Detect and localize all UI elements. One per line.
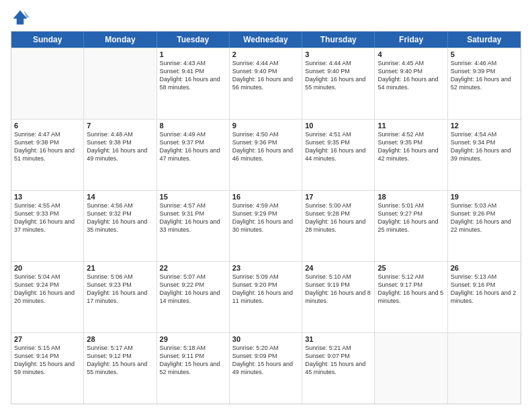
day-info: Sunrise: 4:49 AM Sunset: 9:37 PM Dayligh… (160, 130, 226, 163)
day-number: 16 (232, 193, 299, 201)
calendar-cell: 28Sunrise: 5:17 AM Sunset: 9:12 PM Dayli… (84, 333, 157, 404)
day-number: 1 (160, 50, 226, 58)
calendar-cell: 17Sunrise: 5:00 AM Sunset: 9:28 PM Dayli… (302, 191, 375, 261)
calendar-header-cell: Friday (375, 32, 447, 48)
day-info: Sunrise: 4:57 AM Sunset: 9:31 PM Dayligh… (160, 201, 226, 234)
calendar-cell: 21Sunrise: 5:06 AM Sunset: 9:23 PM Dayli… (84, 262, 157, 332)
calendar-row: 1Sunrise: 4:43 AM Sunset: 9:41 PM Daylig… (11, 48, 521, 119)
calendar-cell: 16Sunrise: 4:59 AM Sunset: 9:29 PM Dayli… (230, 191, 302, 261)
day-info: Sunrise: 5:00 AM Sunset: 9:28 PM Dayligh… (305, 201, 371, 234)
calendar-cell: 15Sunrise: 4:57 AM Sunset: 9:31 PM Dayli… (157, 191, 230, 261)
calendar-cell (375, 333, 447, 404)
day-info: Sunrise: 5:04 AM Sunset: 9:24 PM Dayligh… (14, 273, 81, 306)
day-info: Sunrise: 5:03 AM Sunset: 9:26 PM Dayligh… (451, 201, 518, 234)
calendar-cell (11, 48, 84, 119)
logo (11, 8, 32, 27)
calendar-row: 27Sunrise: 5:15 AM Sunset: 9:14 PM Dayli… (11, 332, 521, 404)
day-number: 30 (232, 335, 299, 343)
day-info: Sunrise: 5:12 AM Sunset: 9:17 PM Dayligh… (378, 273, 444, 306)
day-number: 18 (378, 193, 444, 201)
day-number: 2 (232, 50, 299, 58)
day-info: Sunrise: 4:48 AM Sunset: 9:38 PM Dayligh… (87, 130, 153, 163)
day-number: 27 (14, 335, 81, 343)
calendar-header-cell: Saturday (448, 32, 521, 48)
day-number: 5 (451, 50, 518, 58)
day-number: 29 (160, 335, 226, 343)
calendar-cell (84, 48, 157, 119)
day-number: 14 (87, 193, 153, 201)
day-number: 4 (378, 50, 444, 58)
day-number: 9 (232, 122, 299, 130)
day-info: Sunrise: 4:59 AM Sunset: 9:29 PM Dayligh… (232, 201, 299, 234)
calendar-cell: 9Sunrise: 4:50 AM Sunset: 9:36 PM Daylig… (230, 120, 302, 190)
calendar-cell: 18Sunrise: 5:01 AM Sunset: 9:27 PM Dayli… (375, 191, 447, 261)
calendar-cell: 3Sunrise: 4:44 AM Sunset: 9:40 PM Daylig… (302, 48, 375, 119)
day-info: Sunrise: 4:44 AM Sunset: 9:40 PM Dayligh… (305, 59, 371, 92)
day-info: Sunrise: 5:10 AM Sunset: 9:19 PM Dayligh… (305, 273, 371, 306)
calendar-cell: 22Sunrise: 5:07 AM Sunset: 9:22 PM Dayli… (157, 262, 230, 332)
day-number: 26 (451, 264, 518, 272)
day-number: 25 (378, 264, 444, 272)
day-number: 22 (160, 264, 226, 272)
calendar-cell: 8Sunrise: 4:49 AM Sunset: 9:37 PM Daylig… (157, 120, 230, 190)
day-info: Sunrise: 5:21 AM Sunset: 9:07 PM Dayligh… (305, 344, 371, 377)
day-number: 23 (232, 264, 299, 272)
calendar-cell: 11Sunrise: 4:52 AM Sunset: 9:35 PM Dayli… (375, 120, 447, 190)
calendar-header: SundayMondayTuesdayWednesdayThursdayFrid… (11, 32, 521, 48)
day-info: Sunrise: 5:06 AM Sunset: 9:23 PM Dayligh… (87, 273, 153, 306)
day-info: Sunrise: 4:51 AM Sunset: 9:35 PM Dayligh… (305, 130, 371, 163)
calendar-cell: 7Sunrise: 4:48 AM Sunset: 9:38 PM Daylig… (84, 120, 157, 190)
calendar-cell: 30Sunrise: 5:20 AM Sunset: 9:09 PM Dayli… (230, 333, 302, 404)
calendar-cell: 6Sunrise: 4:47 AM Sunset: 9:38 PM Daylig… (11, 120, 84, 190)
calendar-cell: 23Sunrise: 5:09 AM Sunset: 9:20 PM Dayli… (230, 262, 302, 332)
day-number: 24 (305, 264, 371, 272)
calendar-cell: 14Sunrise: 4:56 AM Sunset: 9:32 PM Dayli… (84, 191, 157, 261)
calendar-header-cell: Sunday (11, 32, 84, 48)
calendar-cell: 5Sunrise: 4:46 AM Sunset: 9:39 PM Daylig… (448, 48, 521, 119)
calendar-header-cell: Thursday (302, 32, 375, 48)
header (11, 8, 521, 27)
calendar-cell: 20Sunrise: 5:04 AM Sunset: 9:24 PM Dayli… (11, 262, 84, 332)
calendar-row: 20Sunrise: 5:04 AM Sunset: 9:24 PM Dayli… (11, 261, 521, 332)
logo-icon (11, 8, 30, 27)
calendar-cell: 1Sunrise: 4:43 AM Sunset: 9:41 PM Daylig… (157, 48, 230, 119)
day-number: 7 (87, 122, 153, 130)
day-number: 19 (451, 193, 518, 201)
day-number: 17 (305, 193, 371, 201)
day-info: Sunrise: 4:47 AM Sunset: 9:38 PM Dayligh… (14, 130, 81, 163)
day-info: Sunrise: 4:52 AM Sunset: 9:35 PM Dayligh… (378, 130, 444, 163)
calendar-header-cell: Wednesday (230, 32, 302, 48)
page: SundayMondayTuesdayWednesdayThursdayFrid… (0, 0, 532, 411)
calendar-header-cell: Monday (84, 32, 157, 48)
day-number: 8 (160, 122, 226, 130)
day-number: 15 (160, 193, 226, 201)
calendar-cell (448, 333, 521, 404)
day-number: 31 (305, 335, 371, 343)
calendar-cell: 10Sunrise: 4:51 AM Sunset: 9:35 PM Dayli… (302, 120, 375, 190)
day-info: Sunrise: 5:13 AM Sunset: 9:16 PM Dayligh… (451, 273, 518, 306)
calendar-cell: 19Sunrise: 5:03 AM Sunset: 9:26 PM Dayli… (448, 191, 521, 261)
calendar-row: 6Sunrise: 4:47 AM Sunset: 9:38 PM Daylig… (11, 119, 521, 190)
day-info: Sunrise: 5:17 AM Sunset: 9:12 PM Dayligh… (87, 344, 153, 377)
day-info: Sunrise: 4:55 AM Sunset: 9:33 PM Dayligh… (14, 201, 81, 234)
day-number: 12 (451, 122, 518, 130)
calendar-cell: 25Sunrise: 5:12 AM Sunset: 9:17 PM Dayli… (375, 262, 447, 332)
calendar-cell: 27Sunrise: 5:15 AM Sunset: 9:14 PM Dayli… (11, 333, 84, 404)
day-number: 3 (305, 50, 371, 58)
day-info: Sunrise: 5:07 AM Sunset: 9:22 PM Dayligh… (160, 273, 226, 306)
day-number: 13 (14, 193, 81, 201)
day-info: Sunrise: 5:09 AM Sunset: 9:20 PM Dayligh… (232, 273, 299, 306)
calendar-header-cell: Tuesday (157, 32, 230, 48)
day-info: Sunrise: 5:15 AM Sunset: 9:14 PM Dayligh… (14, 344, 81, 377)
calendar-cell: 31Sunrise: 5:21 AM Sunset: 9:07 PM Dayli… (302, 333, 375, 404)
day-number: 21 (87, 264, 153, 272)
day-number: 6 (14, 122, 81, 130)
day-info: Sunrise: 4:54 AM Sunset: 9:34 PM Dayligh… (451, 130, 518, 163)
calendar-body: 1Sunrise: 4:43 AM Sunset: 9:41 PM Daylig… (11, 48, 521, 404)
day-info: Sunrise: 4:45 AM Sunset: 9:40 PM Dayligh… (378, 59, 444, 92)
calendar-cell: 26Sunrise: 5:13 AM Sunset: 9:16 PM Dayli… (448, 262, 521, 332)
day-info: Sunrise: 5:20 AM Sunset: 9:09 PM Dayligh… (232, 344, 299, 377)
day-number: 28 (87, 335, 153, 343)
calendar-cell: 29Sunrise: 5:18 AM Sunset: 9:11 PM Dayli… (157, 333, 230, 404)
day-info: Sunrise: 4:44 AM Sunset: 9:40 PM Dayligh… (232, 59, 299, 92)
